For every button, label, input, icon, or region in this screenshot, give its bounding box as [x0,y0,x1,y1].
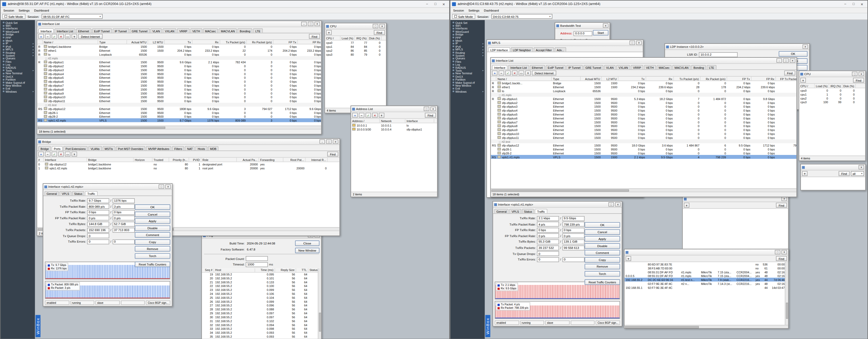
find-button[interactable]: Find [839,171,850,176]
column-header[interactable]: Time (ms) [255,268,275,272]
table-row[interactable]: cpu0000 [799,88,865,92]
column-header[interactable]: Address / [351,119,380,123]
remove-icon[interactable]: − [498,70,504,76]
add-icon[interactable]: + [38,34,44,39]
tab[interactable]: VPLS [509,208,521,213]
sidebar-item[interactable]: Mesh [450,39,485,42]
filter-icon[interactable]: ▼ [71,151,77,157]
tab[interactable]: LDP Neighbor [510,47,533,52]
table-row[interactable]: 26192.168.55.20.0995664 [202,300,321,304]
sidebar-item[interactable]: IP▸ [450,42,485,45]
tab[interactable]: EoIP Tunnel [92,28,112,33]
table-row[interactable]: 35192.168.55.20.0935664 [202,335,321,338]
column-header[interactable]: FP Tx Packet (p... [776,77,797,81]
table-row[interactable]: RloLoopback655360 bps0 bps000 bps0 bps0 [37,52,321,56]
scrollbar-thumb[interactable] [786,303,788,319]
sidebar-item[interactable]: Partition [1,78,35,81]
table-row[interactable]: 21192.168.55.20.1335664 [202,280,321,284]
find-button[interactable]: Find [784,70,795,76]
table-row[interactable]: sfp28-1Ethernet150095000 bps0 bps000 bps… [37,111,321,114]
column-header[interactable]: Actual MTU [127,40,148,44]
sidebar-item[interactable]: Files [1,60,35,63]
column-header[interactable]: IRQ (%) [829,84,843,88]
table-row[interactable]: 192.168.55.2DC:2C:6E:E0:96:16rt1.test n.… [624,278,788,282]
column-header[interactable]: Rx Packet (p/s) [701,77,727,81]
scrollbar-thumb[interactable] [319,313,321,331]
column-header[interactable]: Bridge [87,158,134,162]
field-value[interactable]: 0 bps [112,210,134,215]
comment-icon[interactable]: ▭ [65,34,70,39]
sidebar-item[interactable]: WiFi [1,24,35,27]
filter-select[interactable]: all▾ [851,171,864,176]
session-field[interactable]: D4:01:C3:68:43:75▾ [491,14,552,19]
table-row[interactable]: 30192.168.55.20.0975664 [202,315,321,319]
maximize-icon[interactable]: □ [308,22,313,26]
horizontal-scrollbar[interactable] [37,125,321,129]
close-icon[interactable]: ✕ [859,72,864,76]
tab[interactable]: Port Extensions [63,146,88,150]
tab[interactable]: Adv... [555,47,566,52]
tab[interactable]: Bridge [38,146,51,150]
table-row[interactable]: 02:F7:9E:3E:4F:4Crt2 n...MikroTik7.14.3 … [624,282,788,285]
table-row[interactable]: 38:F3:AB:7D:83:00no6100:00:00 [624,266,788,270]
sidebar-item[interactable]: IPv6▸ [1,45,35,48]
column-header[interactable] [491,77,496,81]
tab[interactable]: GRE Tunnel [129,28,150,33]
tab[interactable]: VXLAN [616,65,630,69]
sidebar-item[interactable]: System▸ [1,54,35,57]
sidebar-item[interactable]: New WinBox [450,84,485,87]
column-header[interactable]: FP Rx [751,77,776,81]
sidebar-item[interactable]: WireGuard [450,30,485,33]
menu-item[interactable]: Session [453,9,464,12]
child-titlebar[interactable]: MPLS □ ✕ [487,40,643,46]
sidebar-item[interactable]: RADIUS [1,66,35,69]
table-row[interactable]: RloLoopback655360 bps0 bps000 bps0 bps0 [491,89,797,93]
app-titlebar[interactable]: admin@08:55:31:DF:AF:FC (rt1.mpls) - Win… [1,1,449,8]
column-header[interactable]: Role [202,158,237,162]
chevron-down-icon[interactable]: ▾ [100,15,101,18]
column-header[interactable]: Status [308,268,318,272]
tab[interactable]: LTE [707,65,716,69]
table-row[interactable]: 80:6D:97:3E:83:7Eno53600:00:00 [624,262,788,266]
sidebar-item[interactable]: Exit [450,87,485,90]
vertical-scrollbar[interactable] [785,262,788,325]
safe-mode-toggle[interactable]: Safe Mode [2,14,25,19]
dialog-button[interactable]: Disable [585,243,620,248]
table-row[interactable]: Rbridge1.backb...Bridge150015000 bps0 bp… [491,81,797,85]
dialog-button[interactable]: Torch [585,271,620,276]
tab[interactable]: MACVLAN [219,28,237,33]
table-row[interactable]: Rether1Ethernet15001500204.2 kbps233.2 k… [37,48,321,52]
child-titlebar[interactable]: LDP Instance <10.0.0.2> ✕ [665,44,809,50]
table-row[interactable]: 31192.168.55.20.1025664 [202,319,321,323]
comment-icon[interactable]: ▭ [65,151,70,157]
column-header[interactable]: IRQ (%) [355,36,368,40]
table-row[interactable]: cpu2000 [799,96,865,100]
table-row[interactable]: sfp-sfpplus9Ethernet150095000 bps0 bps00… [37,91,321,95]
column-header[interactable]: Rx Packet (p/s) [247,40,274,44]
table-row[interactable]: cpu1100 [799,92,865,96]
close-icon[interactable]: ✕ [781,250,787,254]
close-icon[interactable]: ✕ [379,24,385,28]
table-row[interactable]: sfp-sfpplus6Ethernet150095000 bps0 bps00… [37,79,321,83]
column-header[interactable]: Disk (%) [843,84,856,88]
tab[interactable]: General [494,208,509,213]
field-value[interactable]: 0 [87,239,110,244]
table-row[interactable]: RSvpls1.rt1.mplsVPLS150015002.1 kbps9.5 … [491,155,797,159]
field-value[interactable]: 798 239 p/s [562,222,585,227]
maximize-icon[interactable]: □ [852,72,858,76]
sidebar-item[interactable]: Make Supout.rif [1,81,35,84]
table-row[interactable]: sfp-sfpplus10Ethernet150095000 bps0 bps0… [37,95,321,99]
column-header[interactable]: TTL [296,268,308,272]
maximize-icon[interactable]: □ [850,1,858,6]
close-icon[interactable]: ✕ [636,40,642,45]
reset-traffic-counters-button[interactable]: Reset Traffic Counters [585,279,620,285]
table-row[interactable]: ;;; rt2.mpls [37,56,321,60]
table-row[interactable]: cpu380790 [325,52,386,56]
dialog-button[interactable]: Close [295,241,319,246]
field-value[interactable]: 4 p/s [537,222,559,227]
field-value[interactable]: 0 [87,233,110,238]
horizontal-scrollbar[interactable] [491,188,797,192]
detect-internet-button[interactable]: Detect Internet [78,34,102,39]
dialog-button[interactable]: Comment [135,232,170,238]
child-titlebar[interactable]: CPU □ ✕ [325,23,386,29]
